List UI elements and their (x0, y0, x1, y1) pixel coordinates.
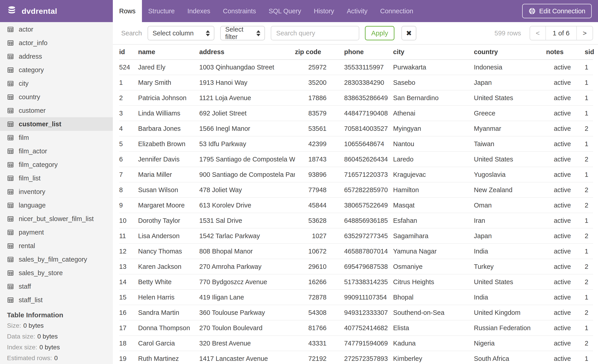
table-row[interactable]: 4Barbara Jones1566 Inegl Manor5356170581… (119, 121, 593, 136)
cell-country: South Africa (474, 351, 546, 364)
cell-name: Jared Ely (138, 60, 199, 75)
table-grid-icon (7, 134, 14, 141)
cell-name: Carol Garcia (138, 336, 199, 351)
table-row[interactable]: 11Lisa Anderson1542 Tarlac Parkway102763… (119, 228, 593, 243)
table-row[interactable]: 5Elizabeth Brown53 Idfu Parkway423991065… (119, 136, 593, 152)
column-header-city[interactable]: city (393, 45, 474, 60)
sidebar-item-rental[interactable]: rental (0, 239, 113, 253)
sidebar-item-film_category[interactable]: film_category (0, 158, 113, 171)
sidebar-item-inventory[interactable]: inventory (0, 185, 113, 198)
table-row[interactable]: 3Linda Williams692 Joliet Street83579448… (119, 105, 593, 121)
table-row[interactable]: 2Patricia Johnson1121 Loja Avenue1788683… (119, 90, 593, 105)
cell-id: 12 (119, 243, 138, 259)
table-row[interactable]: 10Dorothy Taylor1531 Sal Drive5362864885… (119, 213, 593, 228)
sidebar-item-film_actor[interactable]: film_actor (0, 144, 113, 158)
sidebar-item-actor[interactable]: actor (0, 23, 113, 36)
cell-city: Masqat (393, 198, 474, 213)
cell-id: 4 (119, 121, 138, 136)
tab-label: Rows (119, 8, 136, 15)
sidebar-item-nicer_but_slower_film_list[interactable]: nicer_but_slower_film_list (0, 212, 113, 226)
table-name-label: customer_list (19, 121, 61, 128)
table-row[interactable]: 1Mary Smith1913 Hanoi Way352002830338429… (119, 75, 593, 90)
sidebar-item-payment[interactable]: payment (0, 226, 113, 239)
cell-city: Purwakarta (393, 60, 474, 75)
table-row[interactable]: 9Margaret Moore613 Korolev Drive45844380… (119, 198, 593, 213)
cell-country: Oman (474, 198, 546, 213)
cell-address: 692 Joliet Street (199, 105, 295, 121)
sidebar-item-film[interactable]: film (0, 131, 113, 144)
tab-history[interactable]: History (307, 0, 340, 22)
sidebar-item-actor_info[interactable]: actor_info (0, 36, 113, 50)
table-row[interactable]: 6Jennifer Davis1795 Santiago de Composte… (119, 152, 593, 167)
table-name-label: category (19, 66, 44, 74)
table-row[interactable]: 13Karen Jackson270 Amroha Parkway2961069… (119, 259, 593, 274)
cell-id: 524 (119, 60, 138, 75)
sidebar-item-film_list[interactable]: film_list (0, 171, 113, 185)
cell-city: Nantou (393, 136, 474, 152)
sidebar-item-city[interactable]: city (0, 77, 113, 90)
sidebar-item-language[interactable]: language (0, 198, 113, 212)
table-row[interactable]: 7Maria Miller900 Santiago de Compostela … (119, 167, 593, 182)
tab-constraints[interactable]: Constraints (217, 0, 262, 22)
tab-activity[interactable]: Activity (341, 0, 374, 22)
cell-name: Karen Jackson (138, 259, 199, 274)
table-row[interactable]: 19Ruth Martinez1417 Lancaster Avenue7219… (119, 351, 593, 364)
cell-address: 320 Brest Avenue (199, 336, 295, 351)
table-row[interactable]: 15Helen Harris419 Iligan Lane72878990911… (119, 290, 593, 305)
table-row[interactable]: 16Sandra Martin360 Toulouse Parkway54308… (119, 305, 593, 320)
column-header-id[interactable]: id (119, 45, 138, 60)
table-row[interactable]: 14Betty White770 Bydgoszcz Avenue1626651… (119, 274, 593, 290)
cell-city: Elista (393, 320, 474, 336)
sidebar-item-customer_list[interactable]: customer_list (0, 117, 113, 131)
column-header-address[interactable]: address (199, 45, 295, 60)
sidebar-item-staff[interactable]: staff (0, 280, 113, 293)
tab-structure[interactable]: Structure (142, 0, 181, 22)
select-filter-value: Select filter (225, 26, 253, 40)
previous-page-button[interactable]: < (530, 26, 546, 40)
tab-rows[interactable]: Rows (113, 0, 142, 22)
cell-address: 1121 Loja Avenue (199, 90, 295, 105)
cell-address: 900 Santiago de Compostela Parkway (199, 167, 295, 182)
sidebar-item-staff_list[interactable]: staff_list (0, 293, 113, 307)
table-row[interactable]: 524Jared Ely1003 Qinhuangdao Street25972… (119, 60, 593, 75)
next-page-button[interactable]: > (577, 26, 593, 40)
cell-zip: 1027 (295, 228, 326, 243)
cell-name: Mary Smith (138, 75, 199, 90)
select-column-dropdown[interactable]: Select column (148, 26, 214, 40)
tab-connection[interactable]: Connection (374, 0, 420, 22)
edit-connection-button[interactable]: Edit Connection (522, 4, 592, 18)
column-header-phone[interactable]: phone (326, 45, 393, 60)
cell-name: Margaret Moore (138, 198, 199, 213)
sidebar-item-category[interactable]: category (0, 63, 113, 77)
tab-indexes[interactable]: Indexes (181, 0, 217, 22)
select-filter-dropdown[interactable]: Select filter (220, 26, 265, 40)
search-query-input[interactable] (271, 26, 359, 40)
cell-notes: active (546, 274, 571, 290)
column-header-sid[interactable]: sid (571, 45, 593, 60)
sidebar-item-sales_by_film_category[interactable]: sales_by_film_category (0, 253, 113, 266)
sidebar-item-country[interactable]: country (0, 90, 113, 104)
column-header-notes[interactable]: notes (546, 45, 571, 60)
cell-phone: 949312333307 (326, 305, 393, 320)
table-row[interactable]: 18Carol Garcia320 Brest Avenue4333174779… (119, 336, 593, 351)
cell-phone: 657282285970 (326, 182, 393, 198)
info-value: 0 bytes (37, 333, 58, 340)
apply-button[interactable]: Apply (365, 26, 394, 40)
column-header-zip[interactable]: zip code (295, 45, 326, 60)
column-header-country[interactable]: country (474, 45, 546, 60)
column-header-name[interactable]: name (138, 45, 199, 60)
table-row[interactable]: 12Nancy Thomas808 Bhopal Manor1067246588… (119, 243, 593, 259)
clear-search-button[interactable]: ✖ (401, 26, 416, 40)
sidebar-item-sales_by_store[interactable]: sales_by_store (0, 266, 113, 280)
sidebar-item-customer[interactable]: customer (0, 104, 113, 117)
cell-phone: 407752414682 (326, 320, 393, 336)
table-name-label: staff_list (19, 296, 43, 304)
table-grid-icon (7, 215, 14, 222)
cell-name: Donna Thompson (138, 320, 199, 336)
sidebar-item-address[interactable]: address (0, 50, 113, 63)
rows-grid-container: idnameaddresszip codephonecitycountrynot… (113, 45, 598, 364)
table-row[interactable]: 8Susan Wilson478 Joliet Way7794865728228… (119, 182, 593, 198)
tab-sql-query[interactable]: SQL Query (262, 0, 307, 22)
table-grid-icon (7, 202, 14, 209)
table-row[interactable]: 17Donna Thompson270 Toulon Boulevard8176… (119, 320, 593, 336)
